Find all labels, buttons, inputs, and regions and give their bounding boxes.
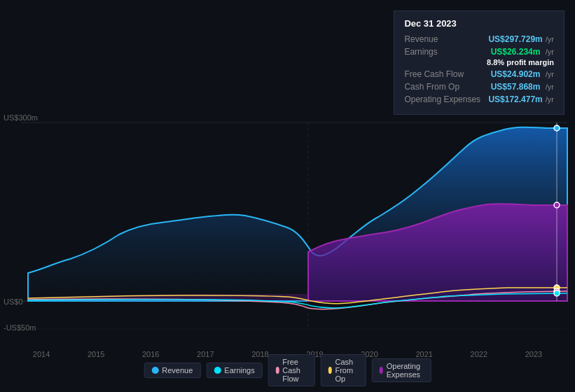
y-label-0: US$0: [4, 298, 23, 306]
tooltip-revenue-value: US$297.729m: [488, 34, 542, 44]
svg-point-5: [554, 125, 560, 131]
legend-fcf[interactable]: Free Cash Flow: [268, 354, 315, 386]
legend-revenue-dot: [151, 367, 158, 374]
legend-opex[interactable]: Operating Expenses: [371, 358, 431, 382]
data-tooltip: Dec 31 2023 Revenue US$297.729m /yr Earn…: [394, 10, 564, 115]
legend-fcf-label: Free Cash Flow: [282, 358, 307, 383]
tooltip-revenue-row: Revenue US$297.729m /yr: [404, 34, 554, 44]
tooltip-earnings-unit: /yr: [546, 48, 554, 56]
y-label-neg50: -US$50m: [4, 323, 36, 332]
tooltip-earnings-label: Earnings: [404, 47, 488, 57]
tooltip-opex-row: Operating Expenses US$172.477m /yr: [404, 94, 554, 104]
tooltip-margin-value: 8.8%: [487, 58, 504, 66]
tooltip-fcf-row: Free Cash Flow US$24.902m /yr: [404, 69, 554, 79]
tooltip-earnings-value: US$26.234m: [491, 47, 541, 57]
tooltip-cashop-label: Cash From Op: [404, 82, 488, 92]
tooltip-margin-text: profit margin: [506, 58, 554, 66]
legend-opex-label: Operating Expenses: [387, 362, 424, 379]
x-label-2023: 2023: [525, 350, 542, 358]
legend-earnings[interactable]: Earnings: [206, 363, 262, 378]
x-label-2022: 2022: [471, 350, 487, 358]
legend-earnings-label: Earnings: [224, 366, 254, 374]
chart-legend: Revenue Earnings Free Cash Flow Cash Fro…: [144, 354, 431, 386]
tooltip-revenue-unit: /yr: [546, 35, 554, 43]
legend-fcf-dot: [276, 367, 279, 374]
legend-revenue-label: Revenue: [162, 366, 193, 374]
tooltip-opex-label: Operating Expenses: [404, 94, 488, 104]
tooltip-fcf-unit: /yr: [546, 70, 554, 78]
legend-opex-dot: [379, 367, 382, 374]
tooltip-date: Dec 31 2023: [404, 18, 554, 29]
tooltip-revenue-label: Revenue: [404, 34, 488, 44]
tooltip-fcf-label: Free Cash Flow: [404, 69, 488, 79]
chart-container: US$300m US$0 -US$50m 2014 2015 2016 2017…: [0, 0, 575, 392]
svg-point-9: [554, 290, 560, 296]
legend-earnings-dot: [214, 367, 221, 374]
tooltip-earnings-row: Earnings US$26.234m /yr: [404, 47, 554, 57]
x-label-2014: 2014: [33, 350, 50, 358]
legend-cashop-dot: [328, 367, 332, 374]
tooltip-margin-row: 8.8% profit margin: [404, 58, 554, 66]
y-label-300: US$300m: [4, 113, 38, 122]
tooltip-fcf-value: US$24.902m: [491, 69, 541, 79]
legend-cashop[interactable]: Cash From Op: [321, 354, 366, 386]
tooltip-cashop-row: Cash From Op US$57.868m /yr: [404, 82, 554, 92]
tooltip-cashop-value: US$57.868m: [491, 82, 541, 92]
tooltip-cashop-unit: /yr: [546, 83, 554, 91]
legend-cashop-label: Cash From Op: [335, 358, 358, 383]
x-label-2015: 2015: [88, 350, 104, 358]
legend-revenue[interactable]: Revenue: [144, 363, 200, 378]
tooltip-opex-unit: /yr: [546, 95, 554, 104]
tooltip-opex-value: US$172.477m: [488, 94, 542, 104]
svg-point-6: [554, 202, 560, 208]
